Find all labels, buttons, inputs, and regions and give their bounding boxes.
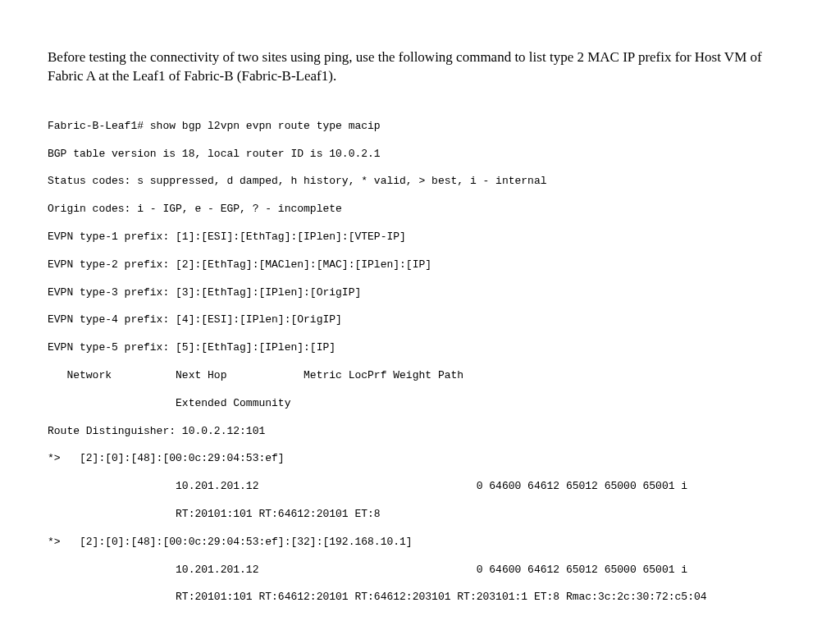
page-content: Before testing the connectivity of two s…	[0, 0, 840, 611]
terminal-output: Fabric-B-Leaf1# show bgp l2vpn evpn rout…	[48, 112, 792, 611]
intro-paragraph: Before testing the connectivity of two s…	[48, 48, 792, 86]
